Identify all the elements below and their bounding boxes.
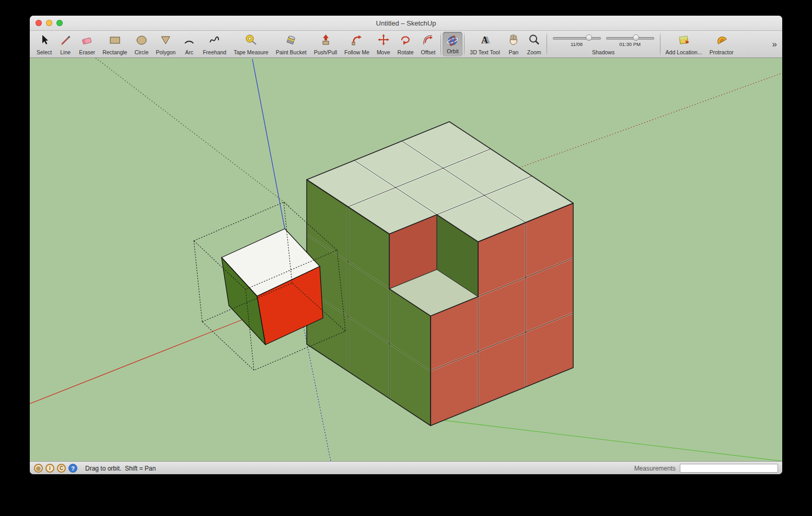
shadows-control: 11/08 01:30 PM Shadows — [549, 31, 658, 57]
slider-track — [606, 37, 654, 40]
status-hint: Drag to orbit. Shift = Pan — [85, 465, 156, 472]
tool-eraser[interactable]: Eraser — [75, 31, 99, 57]
tool-label: Pan — [508, 49, 518, 56]
window-controls — [36, 16, 63, 30]
tape-measure-icon — [245, 32, 257, 46]
tool-label: Arc — [185, 49, 193, 56]
tool-pan[interactable]: Pan — [504, 31, 524, 57]
measurements-label: Measurements — [634, 465, 676, 472]
geolocation-status-icon[interactable]: ◎ — [34, 464, 43, 473]
viewport-canvas[interactable] — [30, 58, 782, 461]
tool-protractor[interactable]: Protractor — [706, 31, 737, 57]
tool-line[interactable]: Line — [55, 31, 75, 57]
tool-label: Rotate — [398, 49, 414, 56]
tool-label: Tape Measure — [234, 49, 269, 56]
shadows-caption: Shadows — [592, 49, 614, 56]
offset-icon — [422, 32, 434, 46]
tool-label: Eraser — [79, 49, 95, 56]
close-button[interactable] — [36, 20, 42, 26]
claim-status-icon[interactable]: C — [57, 464, 66, 473]
tool-label: Freehand — [203, 49, 226, 56]
tool-label: Follow Me — [344, 49, 369, 56]
svg-text:A: A — [481, 35, 488, 45]
circle-icon — [135, 32, 148, 46]
tool-label: Paint Bucket — [276, 49, 307, 56]
tool-rotate[interactable]: Rotate — [394, 31, 417, 57]
tool-label: Push/Pull — [314, 49, 337, 56]
tool-zoom[interactable]: Zoom — [524, 31, 545, 57]
slider-track — [553, 37, 601, 40]
tool-label: Select — [37, 49, 52, 56]
tool-label: Line — [60, 49, 71, 56]
tool-label: Add Location... — [666, 49, 702, 56]
status-bar: ◎ i C ? Drag to orbit. Shift = Pan Measu… — [30, 461, 782, 474]
help-icon[interactable]: ? — [68, 464, 77, 473]
tool-3d-text[interactable]: AA 3D Text Tool — [466, 31, 503, 57]
freehand-icon — [208, 32, 221, 46]
move-icon — [377, 32, 390, 46]
arc-icon — [183, 32, 195, 46]
tool-label: Polygon — [156, 49, 176, 56]
orbit-icon — [446, 33, 459, 48]
toolbar-overflow-chevron[interactable]: » — [770, 39, 779, 50]
tool-tape-measure[interactable]: Tape Measure — [230, 31, 272, 57]
tool-add-location[interactable]: Add Location... — [662, 31, 706, 57]
shadow-date-value: 11/08 — [553, 41, 601, 47]
tool-arc[interactable]: Arc — [179, 31, 199, 57]
3d-text-icon: AA — [479, 32, 491, 46]
follow-me-icon — [351, 32, 363, 46]
tool-freehand[interactable]: Freehand — [199, 31, 230, 57]
tool-push-pull[interactable]: Push/Pull — [310, 31, 341, 57]
tool-orbit[interactable]: Orbit — [443, 32, 462, 56]
tool-paint-bucket[interactable]: Paint Bucket — [272, 31, 310, 57]
tool-label: Offset — [421, 49, 436, 56]
rectangle-icon — [109, 32, 121, 46]
large-cube-model[interactable] — [307, 122, 573, 426]
toolbar-divider — [464, 32, 465, 56]
eraser-icon — [81, 32, 94, 46]
protractor-icon — [715, 32, 728, 46]
toolbar: Select Line Eraser Rectangle Circle — [30, 31, 782, 58]
toolbar-divider — [660, 32, 660, 56]
shadow-time-slider[interactable] — [606, 34, 654, 41]
rotate-icon — [399, 32, 412, 46]
sketchup-window: Untitled – SketchUp Select Line Eraser — [30, 16, 782, 474]
tool-polygon[interactable]: Polygon — [152, 31, 179, 57]
toolbar-divider — [547, 32, 547, 56]
tool-label: Protractor — [710, 49, 734, 56]
slider-thumb[interactable] — [586, 34, 592, 41]
minimize-button[interactable] — [46, 20, 52, 26]
push-pull-icon — [319, 32, 332, 46]
tool-label: Orbit — [447, 48, 459, 55]
tool-label: 3D Text Tool — [470, 49, 500, 56]
polygon-icon — [159, 32, 172, 46]
select-cursor-icon — [38, 32, 51, 46]
tool-label: Rectangle — [102, 49, 127, 56]
tool-circle[interactable]: Circle — [131, 31, 152, 57]
pan-hand-icon — [507, 32, 520, 46]
tool-label: Move — [377, 49, 390, 56]
zoom-window-button[interactable] — [56, 20, 63, 26]
paint-bucket-icon — [285, 32, 297, 46]
credits-status-icon[interactable]: i — [45, 464, 54, 473]
slider-thumb[interactable] — [633, 34, 639, 41]
toolbar-divider — [440, 32, 441, 56]
tool-move[interactable]: Move — [373, 31, 394, 57]
measurements-input[interactable] — [680, 464, 778, 473]
shadow-date-slider[interactable] — [553, 34, 601, 41]
tool-rectangle[interactable]: Rectangle — [99, 31, 131, 57]
magnifier-icon — [528, 32, 540, 46]
shadow-time-value: 01:30 PM — [606, 41, 654, 47]
pencil-icon — [59, 32, 72, 46]
tool-follow-me[interactable]: Follow Me — [341, 31, 373, 57]
tool-label: Circle — [134, 49, 148, 56]
window-title: Untitled – SketchUp — [376, 19, 436, 27]
measurements-group: Measurements — [634, 464, 778, 473]
title-bar[interactable]: Untitled – SketchUp — [30, 16, 782, 31]
add-location-icon — [678, 32, 690, 46]
tool-label: Zoom — [527, 49, 541, 56]
tool-select[interactable]: Select — [33, 31, 55, 57]
tool-offset[interactable]: Offset — [417, 31, 439, 57]
